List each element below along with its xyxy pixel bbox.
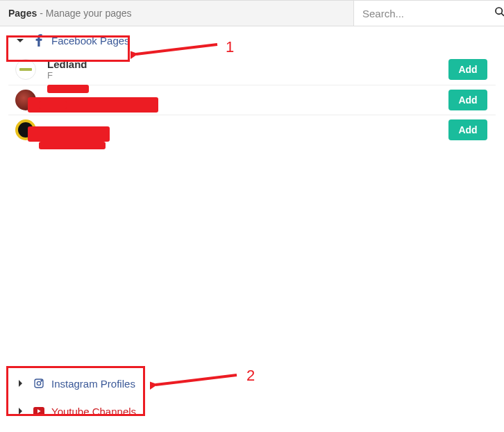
page-title: Pages [8,8,37,19]
pages-list: Ledland F Add s Add Add [8,54,496,144]
avatar [15,119,36,140]
instagram-section[interactable]: Instagram Profiles [8,369,496,397]
youtube-section[interactable]: Youtube Channels [8,397,496,425]
svg-point-3 [37,381,40,385]
facebook-section-label: Facebook Pages [51,35,130,47]
caret-right-icon [19,408,26,415]
page-title-area: Pages - Manage your pages [0,1,354,26]
youtube-icon [33,406,44,416]
svg-point-0 [496,8,502,14]
search-area [354,1,504,26]
page-name: Ledland [47,58,448,70]
list-item: Ledland F Add [8,54,496,85]
instagram-icon [33,378,44,389]
list-item: Add [8,115,496,144]
page-sub: F [47,70,448,81]
caret-right-icon [19,380,26,387]
facebook-icon [33,34,44,47]
row-text: s [47,95,448,106]
youtube-section-label: Youtube Channels [51,406,136,417]
svg-point-4 [41,381,42,381]
add-button[interactable]: Add [448,59,487,80]
list-item: s Add [8,85,496,115]
avatar [15,59,36,80]
search-icon[interactable] [494,6,504,20]
top-bar: Pages - Manage your pages [0,0,504,26]
page-sub: s [47,95,448,106]
avatar [15,90,36,110]
svg-line-1 [501,13,504,16]
instagram-section-label: Instagram Profiles [51,378,135,390]
caret-down-icon [17,39,24,46]
facebook-pages-section[interactable]: Facebook Pages [8,26,496,54]
add-button[interactable]: Add [448,119,487,140]
add-button[interactable]: Add [448,90,487,110]
search-input[interactable] [362,8,494,19]
page-subtitle: - Manage your pages [40,8,131,19]
row-text: Ledland F [47,58,448,81]
